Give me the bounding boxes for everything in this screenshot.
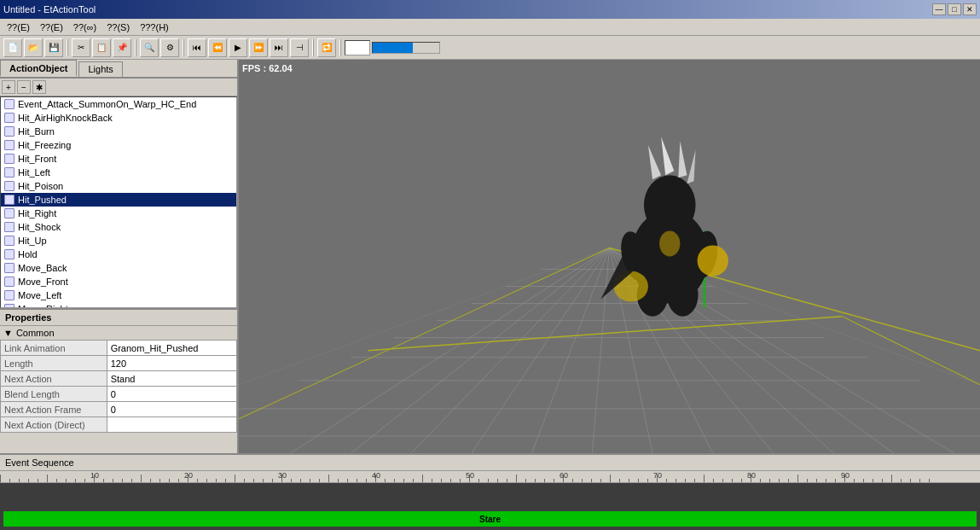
fps-display: FPS : 62.04 xyxy=(242,63,293,73)
properties-panel: Properties ▼ Common Link AnimationGranom… xyxy=(0,308,237,453)
event-sequence: Event Sequence 102030405060708090 Stare xyxy=(0,453,980,530)
toolbar-prev-button[interactable]: ⏮ xyxy=(188,38,206,57)
tree-item[interactable]: Move_Front xyxy=(1,275,236,288)
property-row: Next Action Frame0 xyxy=(1,402,237,417)
tree-item[interactable]: Move_Right xyxy=(1,302,236,308)
tree-item-icon xyxy=(3,261,16,275)
property-row: Next ActionStand xyxy=(1,371,237,387)
tree-item-icon xyxy=(3,125,16,138)
tree-item[interactable]: Hit_AirHighKnockBack xyxy=(1,111,236,125)
upper-area: ActionObject Lights + − ✱ Event_Attack_S… xyxy=(0,60,980,453)
section-collapse-icon[interactable]: ▼ xyxy=(3,328,13,338)
svg-point-32 xyxy=(644,175,696,235)
tree-item-label: Hit_Left xyxy=(18,167,50,178)
tree-item-label: Move_Front xyxy=(18,277,68,287)
tree-item-icon xyxy=(3,193,16,207)
property-row: Link AnimationGranom_Hit_Pushed xyxy=(1,341,237,356)
viewport[interactable]: FPS : 62.04 xyxy=(239,60,980,453)
tree-item-icon xyxy=(3,275,16,288)
timeline-slider-fill xyxy=(373,43,413,53)
tree-item-icon xyxy=(3,138,16,152)
tree-item[interactable]: Hit_Shock xyxy=(1,220,236,234)
svg-rect-0 xyxy=(239,60,980,453)
toolbar-paste-button[interactable]: 📌 xyxy=(113,38,131,57)
main-container: ActionObject Lights + − ✱ Event_Attack_S… xyxy=(0,60,980,530)
tree-item-label: Hit_Shock xyxy=(18,222,61,232)
tree-item-icon xyxy=(3,111,16,125)
titlebar-title: Untitled - EtActionTool xyxy=(3,4,96,15)
tab-actionobject[interactable]: ActionObject xyxy=(0,60,77,77)
tree-item-label: Hit_AirHighKnockBack xyxy=(18,113,113,123)
tree-item[interactable]: Hit_Up xyxy=(1,234,236,248)
minimize-button[interactable]: — xyxy=(932,3,946,15)
tree-item[interactable]: Hit_Poison xyxy=(1,179,236,193)
svg-point-42 xyxy=(659,230,680,256)
svg-point-31 xyxy=(667,274,698,317)
toolbar-save-button[interactable]: 💾 xyxy=(44,38,63,57)
tree-item-icon xyxy=(3,302,16,308)
property-name: Length xyxy=(1,356,107,371)
tree-item[interactable]: Event_Attack_SummonOn_Warp_HC_End xyxy=(1,97,236,111)
toolbar-open-button[interactable]: 📂 xyxy=(24,38,43,57)
tree-item[interactable]: Hit_Front xyxy=(1,152,236,166)
tab-bar: ActionObject Lights xyxy=(0,60,237,79)
toolbar-settings-button[interactable]: ⚙ xyxy=(160,38,179,57)
tree-item-icon xyxy=(3,234,16,248)
tree-action-button[interactable]: ✱ xyxy=(32,80,46,94)
tree-item[interactable]: Hit_Freezing xyxy=(1,138,236,152)
toolbar-rewind-button[interactable]: ⏪ xyxy=(208,38,227,57)
tree-item[interactable]: Move_Left xyxy=(1,288,236,302)
toolbar-copy-button[interactable]: 📋 xyxy=(92,38,111,57)
tree-item[interactable]: Hold xyxy=(1,248,236,261)
tree-item-icon xyxy=(3,166,16,179)
property-value[interactable]: 0 xyxy=(107,387,236,402)
property-value[interactable]: Granom_Hit_Pushed xyxy=(107,341,236,356)
event-sequence-content[interactable]: Stare xyxy=(0,483,980,530)
toolbar-play-button[interactable]: ▶ xyxy=(229,38,247,57)
toolbar-loop-button[interactable]: 🔁 xyxy=(317,38,336,57)
toolbar-cut-button[interactable]: ✂ xyxy=(72,38,90,57)
stare-bar: Stare xyxy=(3,511,977,527)
tab-lights[interactable]: Lights xyxy=(78,61,122,77)
frame-input[interactable]: 60 xyxy=(345,40,370,55)
toolbar-next-button[interactable]: ⏭ xyxy=(270,38,288,57)
menu-item-0[interactable]: ??(E) xyxy=(2,20,35,34)
menu-item-3[interactable]: ??(S) xyxy=(101,20,135,34)
tree-item-label: Hit_Up xyxy=(18,236,47,246)
toolbar-new-button[interactable]: 📄 xyxy=(3,38,22,57)
properties-table: Link AnimationGranom_Hit_PushedLength120… xyxy=(0,340,237,433)
tree-item[interactable]: Hit_Left xyxy=(1,166,236,179)
tree-item[interactable]: Move_Back xyxy=(1,261,236,275)
property-name: Next Action (Direct) xyxy=(1,417,107,433)
property-value[interactable]: 0 xyxy=(107,402,236,417)
timeline-ruler: 102030405060708090 xyxy=(0,471,980,483)
property-row: Next Action (Direct) xyxy=(1,417,237,433)
titlebar: Untitled - EtActionTool — □ ✕ xyxy=(0,0,980,19)
tree-remove-button[interactable]: − xyxy=(17,80,31,94)
tree-items: Event_Attack_SummonOn_Warp_HC_EndHit_Air… xyxy=(1,97,236,308)
property-value[interactable]: 120 xyxy=(107,356,236,371)
tree-add-button[interactable]: + xyxy=(2,80,15,94)
toolbar-end-button[interactable]: ⊣ xyxy=(290,38,309,57)
tree-item-icon xyxy=(3,152,16,166)
timeline-slider[interactable] xyxy=(372,42,440,54)
property-value[interactable]: Stand xyxy=(107,371,236,387)
toolbar-search-button[interactable]: 🔍 xyxy=(140,38,159,57)
menu-item-4[interactable]: ???(H) xyxy=(135,20,174,34)
property-name: Next Action xyxy=(1,371,107,387)
tree-item[interactable]: Hit_Right xyxy=(1,207,236,220)
menu-item-2[interactable]: ??(∞) xyxy=(68,20,101,34)
menubar: ??(E) ??(E) ??(∞) ??(S) ???(H) xyxy=(0,19,980,36)
tree-item[interactable]: Hit_Burn xyxy=(1,125,236,138)
toolbar-separator-3 xyxy=(183,39,184,56)
property-value[interactable] xyxy=(107,417,236,433)
menu-item-1[interactable]: ??(E) xyxy=(35,20,68,34)
tree-item-label: Hit_Front xyxy=(18,154,56,164)
close-button[interactable]: ✕ xyxy=(963,3,977,15)
tree-container[interactable]: Event_Attack_SummonOn_Warp_HC_EndHit_Air… xyxy=(0,96,237,308)
tree-item-label: Hit_Right xyxy=(18,208,56,218)
maximize-button[interactable]: □ xyxy=(948,3,961,15)
tree-item-label: Hold xyxy=(18,249,38,259)
tree-item[interactable]: Hit_Pushed xyxy=(1,193,236,207)
toolbar-forward-button[interactable]: ⏩ xyxy=(249,38,268,57)
